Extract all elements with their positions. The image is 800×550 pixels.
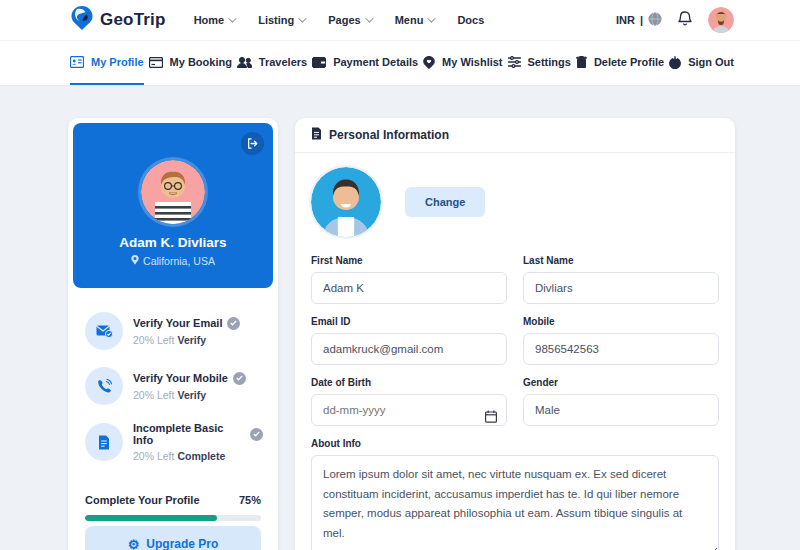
about-label: About Info — [311, 438, 719, 449]
check-badge-icon — [233, 372, 246, 385]
brand-logo[interactable]: GeoTrip — [70, 5, 166, 35]
nav-item-docs[interactable]: Docs — [457, 14, 484, 26]
trash-icon — [576, 56, 587, 68]
tab-travelers[interactable]: Travelers — [237, 41, 307, 85]
power-icon — [669, 56, 681, 69]
gear-icon: ⚙ — [128, 538, 140, 550]
logout-icon[interactable] — [241, 132, 264, 155]
checklist-item-email: Verify Your Email 20% LeftVerify — [85, 312, 263, 350]
first-name-input[interactable] — [311, 272, 507, 304]
verification-checklist: Verify Your Email 20% LeftVerify Verify … — [73, 288, 273, 462]
upgrade-pro-button[interactable]: ⚙ Upgrade Pro — [85, 526, 261, 550]
tab-sign-out[interactable]: Sign Out — [669, 41, 734, 85]
first-name-label: First Name — [311, 255, 507, 266]
nav-item-listing[interactable]: Listing — [258, 14, 304, 26]
chevron-down-icon — [365, 14, 373, 22]
dob-label: Date of Birth — [311, 377, 507, 388]
checklist-item-mobile: Verify Your Mobile 20% LeftVerify — [85, 367, 263, 405]
mobile-field-group: Mobile — [523, 316, 719, 365]
card-body: Change First Name Last Name Email ID — [295, 153, 735, 550]
complete-info-link[interactable]: Complete — [177, 450, 225, 462]
email-label: Email ID — [311, 316, 507, 327]
profile-progress: Complete Your Profile 75% — [85, 494, 261, 521]
tab-my-booking[interactable]: My Booking — [149, 41, 232, 85]
navbar-right: INR| — [616, 7, 734, 33]
dob-field-group: Date of Birth — [311, 377, 507, 426]
tab-my-wishlist[interactable]: My Wishlist — [423, 41, 502, 85]
checklist-title: Verify Your Mobile — [133, 372, 228, 384]
checklist-item-basic-info: Incomplete Basic Info 20% LeftComplete — [85, 422, 263, 462]
progress-bar — [85, 515, 261, 521]
verify-email-link[interactable]: Verify — [177, 334, 206, 346]
change-avatar-button[interactable]: Change — [405, 187, 485, 217]
check-badge-icon — [250, 428, 263, 441]
location-pin-icon — [131, 255, 139, 267]
verify-mobile-link[interactable]: Verify — [177, 389, 206, 401]
tab-settings[interactable]: Settings — [508, 41, 571, 85]
about-field-group: About Info Lorem ipsum dolor sit amet, n… — [311, 438, 719, 550]
main-nav: Home Listing Pages Menu Docs — [194, 14, 485, 26]
gender-label: Gender — [523, 377, 719, 388]
gender-field-group: Gender — [523, 377, 719, 426]
progress-percent: 75% — [239, 494, 261, 506]
nav-item-pages[interactable]: Pages — [328, 14, 370, 26]
profile-name: Adam K. Divliars — [73, 235, 273, 250]
personal-info-form: First Name Last Name Email ID Mobile — [311, 255, 719, 550]
profile-location: California, USA — [73, 255, 273, 267]
profile-sidebar-card: Adam K. Divliars California, USA Verify … — [68, 118, 278, 550]
booking-icon — [149, 57, 163, 68]
brand-name: GeoTrip — [100, 10, 166, 30]
first-name-field-group: First Name — [311, 255, 507, 304]
file-icon — [85, 423, 123, 461]
phone-icon — [85, 367, 123, 405]
checklist-left: 20% Left — [133, 389, 174, 401]
progress-label: Complete Your Profile — [85, 494, 200, 506]
last-name-input[interactable] — [523, 272, 719, 304]
checklist-left: 20% Left — [133, 334, 174, 346]
gender-input[interactable] — [523, 394, 719, 426]
sliders-icon — [508, 56, 521, 68]
card-header: Personal Information — [295, 118, 735, 153]
heart-pin-icon — [423, 56, 435, 69]
checklist-left: 20% Left — [133, 450, 174, 462]
nav-item-home[interactable]: Home — [194, 14, 235, 26]
tab-my-profile[interactable]: My Profile — [70, 41, 144, 85]
avatar-row: Change — [311, 167, 719, 237]
document-icon — [311, 126, 322, 144]
chevron-down-icon — [228, 14, 236, 22]
last-name-field-group: Last Name — [523, 255, 719, 304]
dob-input[interactable] — [311, 394, 507, 426]
profile-page: GeoTrip Home Listing Pages Menu Docs INR… — [0, 0, 800, 550]
email-input[interactable] — [311, 333, 507, 365]
email-field-group: Email ID — [311, 316, 507, 365]
checklist-title: Verify Your Email — [133, 317, 222, 329]
user-avatar[interactable] — [708, 7, 734, 33]
mobile-label: Mobile — [523, 316, 719, 327]
chevron-down-icon — [428, 14, 436, 22]
last-name-label: Last Name — [523, 255, 719, 266]
nav-item-menu[interactable]: Menu — [395, 14, 434, 26]
bell-icon[interactable] — [677, 10, 693, 31]
checklist-title: Incomplete Basic Info — [133, 422, 245, 446]
chevron-down-icon — [298, 14, 306, 22]
currency-selector[interactable]: INR| — [616, 12, 662, 28]
check-badge-icon — [227, 317, 240, 330]
mobile-input[interactable] — [523, 333, 719, 365]
progress-fill — [85, 515, 217, 521]
profile-tabbar: My Profile My Booking Travelers Payment … — [0, 40, 800, 85]
profile-avatar — [141, 160, 205, 224]
id-card-icon — [70, 56, 84, 68]
tab-payment-details[interactable]: Payment Details — [312, 41, 418, 85]
personal-information-card: Personal Information Change First Name L… — [295, 118, 735, 550]
profile-summary-panel: Adam K. Divliars California, USA — [73, 123, 273, 288]
geotrip-pin-icon — [70, 5, 94, 35]
form-avatar — [311, 167, 381, 237]
about-textarea[interactable]: Lorem ipsum dolor sit amet, nec virtute … — [311, 455, 719, 550]
content-area: Adam K. Divliars California, USA Verify … — [0, 85, 800, 550]
envelope-check-icon — [85, 312, 123, 350]
wallet-icon — [312, 57, 326, 68]
card-title: Personal Information — [329, 128, 449, 142]
top-navbar: GeoTrip Home Listing Pages Menu Docs INR… — [0, 0, 800, 40]
travelers-icon — [237, 57, 252, 68]
tab-delete-profile[interactable]: Delete Profile — [576, 41, 664, 85]
